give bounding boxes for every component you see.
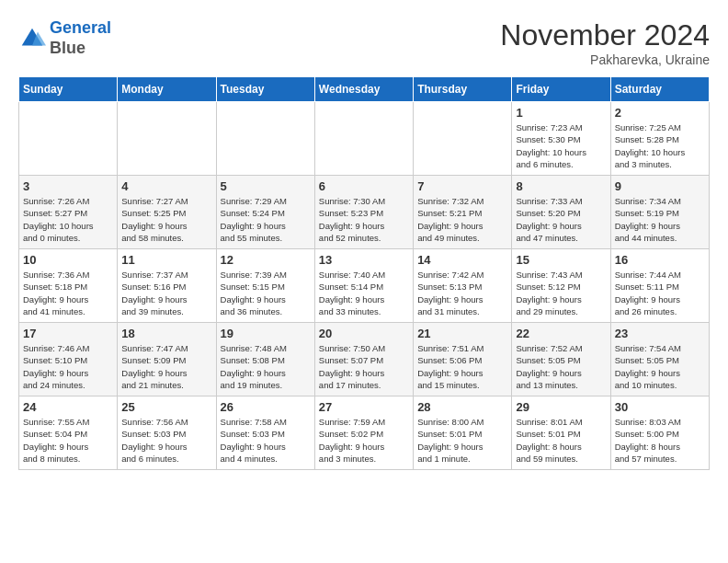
- day-info: Sunrise: 7:34 AM Sunset: 5:19 PM Dayligh…: [615, 195, 705, 244]
- logo: General Blue: [18, 18, 111, 58]
- calendar-cell: 26Sunrise: 7:58 AM Sunset: 5:03 PM Dayli…: [216, 396, 314, 470]
- day-number: 15: [516, 253, 606, 267]
- location-subtitle: Pakharevka, Ukraine: [500, 52, 710, 67]
- calendar-cell: 15Sunrise: 7:43 AM Sunset: 5:12 PM Dayli…: [512, 249, 610, 323]
- day-number: 5: [221, 179, 311, 193]
- weekday-header-wednesday: Wednesday: [314, 77, 413, 102]
- calendar-week-3: 10Sunrise: 7:36 AM Sunset: 5:18 PM Dayli…: [19, 249, 710, 323]
- calendar-cell: [414, 102, 512, 176]
- calendar-cell: 2Sunrise: 7:25 AM Sunset: 5:28 PM Daylig…: [610, 102, 709, 176]
- day-info: Sunrise: 8:00 AM Sunset: 5:01 PM Dayligh…: [417, 416, 507, 465]
- calendar-week-2: 3Sunrise: 7:26 AM Sunset: 5:27 PM Daylig…: [19, 176, 710, 249]
- calendar-cell: 21Sunrise: 7:51 AM Sunset: 5:06 PM Dayli…: [414, 323, 512, 396]
- calendar-cell: 28Sunrise: 8:00 AM Sunset: 5:01 PM Dayli…: [414, 396, 512, 470]
- day-number: 3: [23, 179, 113, 193]
- day-number: 7: [417, 179, 507, 193]
- day-number: 23: [615, 327, 705, 340]
- calendar-cell: 25Sunrise: 7:56 AM Sunset: 5:03 PM Dayli…: [118, 396, 216, 470]
- day-number: 13: [319, 253, 409, 267]
- day-number: 30: [615, 400, 705, 414]
- day-info: Sunrise: 7:55 AM Sunset: 5:04 PM Dayligh…: [23, 416, 113, 465]
- logo-line1: General: [50, 18, 111, 37]
- calendar-cell: 6Sunrise: 7:30 AM Sunset: 5:23 PM Daylig…: [314, 176, 413, 249]
- day-number: 27: [319, 400, 409, 414]
- day-number: 6: [319, 179, 409, 193]
- calendar-cell: 10Sunrise: 7:36 AM Sunset: 5:18 PM Dayli…: [19, 249, 118, 323]
- calendar-cell: 23Sunrise: 7:54 AM Sunset: 5:05 PM Dayli…: [610, 323, 709, 396]
- day-number: 29: [516, 400, 606, 414]
- day-info: Sunrise: 7:37 AM Sunset: 5:16 PM Dayligh…: [121, 269, 211, 317]
- day-info: Sunrise: 7:43 AM Sunset: 5:12 PM Dayligh…: [516, 269, 606, 317]
- day-info: Sunrise: 7:33 AM Sunset: 5:20 PM Dayligh…: [516, 195, 606, 244]
- day-info: Sunrise: 7:47 AM Sunset: 5:09 PM Dayligh…: [121, 342, 211, 391]
- day-info: Sunrise: 7:25 AM Sunset: 5:28 PM Dayligh…: [615, 121, 705, 170]
- calendar-cell: 18Sunrise: 7:47 AM Sunset: 5:09 PM Dayli…: [118, 323, 216, 396]
- day-info: Sunrise: 7:48 AM Sunset: 5:08 PM Dayligh…: [221, 342, 311, 391]
- title-block: November 2024 Pakharevka, Ukraine: [500, 18, 710, 67]
- day-number: 14: [417, 253, 507, 267]
- calendar-week-4: 17Sunrise: 7:46 AM Sunset: 5:10 PM Dayli…: [19, 323, 710, 396]
- day-info: Sunrise: 7:29 AM Sunset: 5:24 PM Dayligh…: [221, 195, 311, 244]
- calendar-cell: 9Sunrise: 7:34 AM Sunset: 5:19 PM Daylig…: [610, 176, 709, 249]
- day-number: 21: [417, 327, 507, 340]
- calendar-table: SundayMondayTuesdayWednesdayThursdayFrid…: [18, 76, 710, 470]
- day-number: 26: [221, 400, 311, 414]
- calendar-cell: 5Sunrise: 7:29 AM Sunset: 5:24 PM Daylig…: [216, 176, 314, 249]
- calendar-cell: 8Sunrise: 7:33 AM Sunset: 5:20 PM Daylig…: [512, 176, 610, 249]
- day-number: 17: [23, 327, 113, 340]
- weekday-header-monday: Monday: [118, 77, 216, 102]
- day-number: 10: [23, 253, 113, 267]
- day-number: 8: [516, 179, 606, 193]
- day-info: Sunrise: 7:32 AM Sunset: 5:21 PM Dayligh…: [417, 195, 507, 244]
- day-info: Sunrise: 7:46 AM Sunset: 5:10 PM Dayligh…: [23, 342, 113, 391]
- calendar-cell: 7Sunrise: 7:32 AM Sunset: 5:21 PM Daylig…: [414, 176, 512, 249]
- calendar-cell: 29Sunrise: 8:01 AM Sunset: 5:01 PM Dayli…: [512, 396, 610, 470]
- calendar-cell: 16Sunrise: 7:44 AM Sunset: 5:11 PM Dayli…: [610, 249, 709, 323]
- calendar-cell: 3Sunrise: 7:26 AM Sunset: 5:27 PM Daylig…: [19, 176, 118, 249]
- day-info: Sunrise: 7:51 AM Sunset: 5:06 PM Dayligh…: [417, 342, 507, 391]
- day-info: Sunrise: 7:39 AM Sunset: 5:15 PM Dayligh…: [221, 269, 311, 317]
- day-info: Sunrise: 8:01 AM Sunset: 5:01 PM Dayligh…: [516, 416, 606, 465]
- calendar-cell: 11Sunrise: 7:37 AM Sunset: 5:16 PM Dayli…: [118, 249, 216, 323]
- day-info: Sunrise: 7:44 AM Sunset: 5:11 PM Dayligh…: [615, 269, 705, 317]
- day-number: 16: [615, 253, 705, 267]
- day-number: 20: [319, 327, 409, 340]
- calendar-cell: 27Sunrise: 7:59 AM Sunset: 5:02 PM Dayli…: [314, 396, 413, 470]
- day-info: Sunrise: 7:50 AM Sunset: 5:07 PM Dayligh…: [319, 342, 409, 391]
- day-info: Sunrise: 7:36 AM Sunset: 5:18 PM Dayligh…: [23, 269, 113, 317]
- day-number: 18: [121, 327, 211, 340]
- day-info: Sunrise: 7:30 AM Sunset: 5:23 PM Dayligh…: [319, 195, 409, 244]
- weekday-header-row: SundayMondayTuesdayWednesdayThursdayFrid…: [19, 77, 710, 102]
- logo-line2: Blue: [50, 39, 85, 57]
- calendar-cell: [314, 102, 413, 176]
- day-info: Sunrise: 7:40 AM Sunset: 5:14 PM Dayligh…: [319, 269, 409, 317]
- day-info: Sunrise: 7:27 AM Sunset: 5:25 PM Dayligh…: [121, 195, 211, 244]
- day-info: Sunrise: 7:23 AM Sunset: 5:30 PM Dayligh…: [516, 121, 606, 170]
- calendar-cell: [216, 102, 314, 176]
- calendar-cell: [19, 102, 118, 176]
- calendar-cell: [118, 102, 216, 176]
- calendar-cell: 1Sunrise: 7:23 AM Sunset: 5:30 PM Daylig…: [512, 102, 610, 176]
- calendar-week-1: 1Sunrise: 7:23 AM Sunset: 5:30 PM Daylig…: [19, 102, 710, 176]
- calendar-cell: 24Sunrise: 7:55 AM Sunset: 5:04 PM Dayli…: [19, 396, 118, 470]
- day-info: Sunrise: 7:54 AM Sunset: 5:05 PM Dayligh…: [615, 342, 705, 391]
- calendar-cell: 22Sunrise: 7:52 AM Sunset: 5:05 PM Dayli…: [512, 323, 610, 396]
- page-header: General Blue November 2024 Pakharevka, U…: [18, 18, 710, 67]
- day-number: 22: [516, 327, 606, 340]
- calendar-cell: 20Sunrise: 7:50 AM Sunset: 5:07 PM Dayli…: [314, 323, 413, 396]
- day-info: Sunrise: 8:03 AM Sunset: 5:00 PM Dayligh…: [615, 416, 705, 465]
- day-number: 24: [23, 400, 113, 414]
- day-info: Sunrise: 7:59 AM Sunset: 5:02 PM Dayligh…: [319, 416, 409, 465]
- weekday-header-sunday: Sunday: [19, 77, 118, 102]
- day-info: Sunrise: 7:56 AM Sunset: 5:03 PM Dayligh…: [121, 416, 211, 465]
- weekday-header-saturday: Saturday: [610, 77, 709, 102]
- day-info: Sunrise: 7:58 AM Sunset: 5:03 PM Dayligh…: [221, 416, 311, 465]
- calendar-week-5: 24Sunrise: 7:55 AM Sunset: 5:04 PM Dayli…: [19, 396, 710, 470]
- logo-icon: [18, 25, 46, 52]
- calendar-cell: 30Sunrise: 8:03 AM Sunset: 5:00 PM Dayli…: [610, 396, 709, 470]
- day-number: 9: [615, 179, 705, 193]
- calendar-cell: 12Sunrise: 7:39 AM Sunset: 5:15 PM Dayli…: [216, 249, 314, 323]
- day-info: Sunrise: 7:52 AM Sunset: 5:05 PM Dayligh…: [516, 342, 606, 391]
- calendar-cell: 13Sunrise: 7:40 AM Sunset: 5:14 PM Dayli…: [314, 249, 413, 323]
- calendar-cell: 19Sunrise: 7:48 AM Sunset: 5:08 PM Dayli…: [216, 323, 314, 396]
